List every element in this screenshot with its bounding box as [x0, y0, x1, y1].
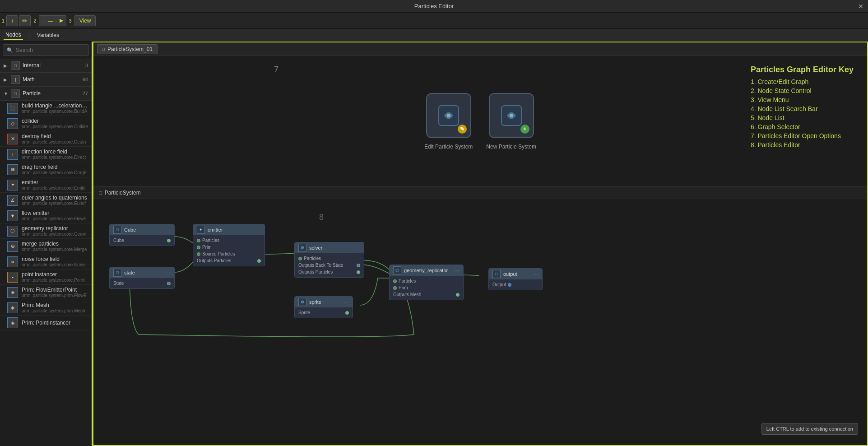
- label-7: 7: [274, 65, 279, 74]
- new-card-label: New Particle System: [486, 144, 536, 150]
- canvas-area: 7 ✎ Edit Particle System: [93, 56, 867, 445]
- sprite-out: Sprite: [295, 309, 353, 316]
- node-graph[interactable]: 8: [93, 199, 867, 444]
- list-item[interactable]: ⬡ geometry replicator omni.particle.syst…: [0, 223, 92, 239]
- output-port: Output: [489, 281, 542, 288]
- state-title: state: [124, 270, 163, 275]
- internal-count: 3: [85, 63, 88, 68]
- list-item[interactable]: ✕ destroy field omni.particle.system.cor…: [0, 131, 92, 147]
- category-math[interactable]: ▶ ∫ Math 64: [0, 73, 92, 87]
- node-name: build triangle ...celeration tree: [22, 102, 88, 109]
- list-item[interactable]: ∡ euler angles to quaternions omni.parti…: [0, 193, 92, 208]
- edit-card-icon: ✎: [426, 93, 471, 138]
- category-internal[interactable]: ▶ □ Internal 3: [0, 59, 92, 73]
- tab-variables[interactable]: Variables: [35, 31, 61, 39]
- node-icon-noise: ≈: [7, 256, 18, 267]
- svg-point-1: [447, 114, 450, 117]
- chevron-right-icon: ▶: [4, 63, 8, 68]
- solver-particles-out: Outputs Particles: [295, 269, 364, 275]
- graph-editor-area: □ ParticleSystem 8: [93, 187, 867, 445]
- internal-label: Internal: [23, 62, 83, 69]
- node-sprite[interactable]: ⚙ sprite ··· Sprite: [294, 296, 353, 318]
- node-state[interactable]: □ state ··· State: [109, 267, 175, 289]
- cube-node-icon: □: [113, 226, 121, 234]
- list-item[interactable]: ◈ Prim: FlowEmitterPoint omni.particle.s…: [0, 285, 92, 300]
- list-item[interactable]: ≋ drag force field omni.particle.system.…: [0, 162, 92, 177]
- output-node-icon: □: [492, 270, 501, 278]
- svg-point-3: [510, 114, 513, 117]
- node-path: omni.particle.system.core.Merge: [22, 247, 87, 252]
- node-solver[interactable]: ⚙ solver ··· Particles Outputs Back To S…: [294, 242, 364, 278]
- emitter-prim-in: Prim: [193, 244, 265, 251]
- node-cube[interactable]: □ Cube ··· Cube: [109, 224, 175, 246]
- node-icon-destroy: ✕: [7, 134, 18, 144]
- label-8: 8: [319, 213, 324, 222]
- play-icon: ▶: [60, 18, 63, 23]
- key-item-5: 5. Node List: [751, 114, 854, 121]
- geom-particles-in: Particles: [390, 278, 463, 284]
- edit-button[interactable]: ✏: [19, 15, 31, 26]
- port-dot-particles: [197, 239, 200, 242]
- tooltip-text: Left CTRL to add to existing connection: [766, 426, 853, 432]
- node-name: flow emitter: [22, 210, 87, 216]
- main-layout: 🔍 ▶ □ Internal 3 ▶ ∫ Math 64 ▼ □: [0, 42, 868, 446]
- node-geometry-replicator[interactable]: ⬡ geometry_replicator ··· Particles: [389, 265, 464, 300]
- node-output[interactable]: □ output ··· Output: [488, 268, 543, 290]
- list-item[interactable]: ◈ Prim: Mesh omni.particle.system.prim.M…: [0, 300, 92, 316]
- key-item-7: 7. Particles Editor Open Options: [751, 132, 854, 139]
- search-box[interactable]: 🔍: [3, 44, 89, 56]
- graph-tab[interactable]: □ ParticleSystem_01: [97, 44, 158, 54]
- tabs-bar: Nodes | Variables: [0, 29, 868, 42]
- list-item[interactable]: • point instancer omni.particle.system.c…: [0, 269, 92, 285]
- new-card-icon: +: [489, 93, 534, 138]
- tab-nodes[interactable]: Nodes: [4, 31, 23, 40]
- graph-tab-name: ParticleSystem_01: [107, 46, 153, 52]
- list-item[interactable]: ↑ direction force field omni.particle.sy…: [0, 147, 92, 162]
- node-emitter[interactable]: ✦ emitter ··· Particles Prim: [193, 224, 265, 266]
- node-path: omni.particle.system.core.Emittr: [22, 186, 86, 190]
- node-icon-collider: ◇: [7, 118, 18, 129]
- geom-mesh-out: Outputs Mesh: [390, 291, 463, 298]
- node-name: Prim: FlowEmitterPoint: [22, 287, 87, 293]
- close-button[interactable]: ✕: [858, 3, 863, 10]
- node-state-control: ··· — ·· ▶: [39, 15, 66, 26]
- list-item[interactable]: ⊕ merge particles omni.particle.system.c…: [0, 239, 92, 254]
- node-name: geometry replicator: [22, 225, 86, 232]
- category-particle[interactable]: ▼ □ Particle 27: [0, 87, 92, 101]
- node-name: drag force field: [22, 164, 87, 170]
- solver-particles-in: Particles: [295, 255, 364, 262]
- list-item[interactable]: ◈ Prim: PointInstancer: [0, 316, 92, 330]
- port-dot-solver-p: [298, 257, 302, 260]
- search-input[interactable]: [16, 47, 85, 53]
- graph-selector-bar: □ ParticleSystem_01: [93, 42, 867, 56]
- particle-icon: □: [11, 89, 20, 98]
- node-path: omni.particle.system.core.Direct: [22, 155, 86, 160]
- label-2: 2: [33, 18, 36, 23]
- node-name: collider: [22, 118, 88, 124]
- node-icon-drag: ≋: [7, 164, 18, 175]
- new-particle-card[interactable]: + New Particle System: [486, 93, 536, 150]
- math-count: 64: [83, 77, 88, 82]
- dash-icon: —: [48, 18, 53, 23]
- port-dot-emitter-out: [257, 259, 261, 263]
- edit-particle-card[interactable]: ✎ Edit Particle System: [424, 93, 473, 150]
- list-item[interactable]: ▼ flow emitter omni.particle.system.core…: [0, 208, 92, 223]
- title-bar: Particles Editor ✕: [0, 0, 868, 13]
- geom-prim-in: Prim: [390, 284, 463, 291]
- node-path: omni.particle.system.core.Collide: [22, 124, 88, 129]
- list-item[interactable]: ⬛ build triangle ...celeration tree omni…: [0, 101, 92, 116]
- node-name: Prim: Mesh: [22, 302, 85, 308]
- list-item[interactable]: ◇ collider omni.particle.system.core.Col…: [0, 116, 92, 131]
- list-item[interactable]: ≈ noise force field omni.particle.system…: [0, 254, 92, 269]
- node-path: omni.particle.system.prim.Mesh: [22, 308, 85, 313]
- add-button[interactable]: +: [6, 15, 18, 26]
- internal-icon: □: [11, 61, 20, 70]
- edit-card-label: Edit Particle System: [424, 144, 473, 150]
- node-name: point instancer: [22, 271, 86, 278]
- list-item[interactable]: ✦ emitter omni.particle.system.core.Emit…: [0, 177, 92, 193]
- key-guide-title: Particles Graph Editor Key: [751, 65, 854, 74]
- label-3: 3: [69, 18, 72, 23]
- state-port-out: State: [110, 280, 174, 287]
- view-menu-button[interactable]: View: [74, 15, 96, 26]
- graph-header: □ ParticleSystem: [93, 187, 867, 199]
